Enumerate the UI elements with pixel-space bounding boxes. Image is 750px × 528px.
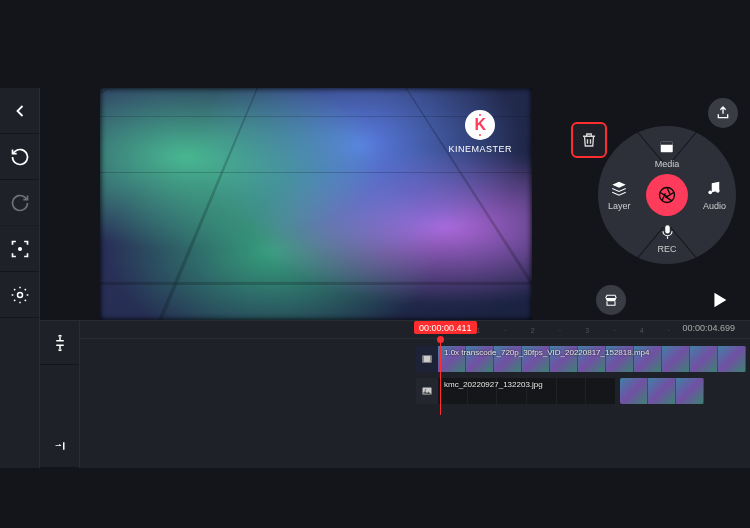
svg-point-1 [17,292,22,297]
video-preview[interactable]: K KINEMASTER [100,88,532,320]
play-icon [708,289,730,311]
wheel-center-button[interactable] [646,174,688,216]
image-clip-extra[interactable] [620,378,704,404]
video-clip-label: 1.0x transcode_720p_30fps_VID_20220817_1… [440,348,654,357]
wheel-audio-label: Audio [703,201,726,211]
timeline-toolbar [40,321,80,468]
image-clip-label: kmc_20220927_132203.jpg [440,380,547,389]
wheel-layer-button[interactable]: Layer [608,180,631,211]
settings-button[interactable] [0,272,39,318]
left-toolbar [0,88,40,468]
right-controls: Media Audio REC Layer [582,88,750,320]
video-clip-icon [416,346,438,372]
image-clip[interactable]: kmc_20220927_132203.jpg [416,378,616,404]
layer-icon [610,180,628,198]
timeline[interactable]: 00:00:00.411 ·1·2·3·4· 00:00:04.699 1.0x… [80,321,750,468]
svg-point-4 [709,190,713,194]
timeline-adjust-button[interactable] [40,321,79,365]
wheel-rec-label: REC [657,244,676,254]
store-icon [603,292,619,308]
video-clip[interactable]: 1.0x transcode_720p_30fps_VID_20220817_1… [416,346,746,372]
ruler-marks: ·1·2·3·4· [450,327,670,333]
aperture-icon [657,185,677,205]
undo-button[interactable] [0,134,39,180]
capture-button[interactable] [0,226,39,272]
wheel-media-label: Media [655,159,680,169]
wheel-layer-label: Layer [608,201,631,211]
svg-point-0 [18,247,21,250]
wheel-rec-button[interactable]: REC [657,223,676,254]
audio-icon [705,180,723,198]
store-button[interactable] [596,285,626,315]
wheel-media-button[interactable]: Media [655,138,680,169]
svg-point-12 [425,389,427,391]
timeline-jump-button[interactable] [40,424,79,468]
kinemaster-logo-icon: K [465,110,495,140]
share-icon [715,105,731,121]
mic-icon [658,223,676,241]
action-wheel: Media Audio REC Layer [598,126,736,264]
total-time-label: 00:00:04.699 [677,321,740,334]
media-icon [658,138,676,156]
svg-rect-3 [661,142,673,145]
wheel-audio-button[interactable]: Audio [703,180,726,211]
svg-rect-10 [430,356,432,363]
redo-button[interactable] [0,180,39,226]
svg-rect-9 [423,356,425,363]
play-button[interactable] [702,283,736,317]
svg-rect-6 [665,225,670,233]
watermark-brand: KINEMASTER [448,144,512,154]
export-button[interactable] [708,98,738,128]
image-clip-icon [416,378,438,404]
watermark: K KINEMASTER [448,110,512,154]
svg-point-5 [716,189,720,193]
back-button[interactable] [0,88,39,134]
